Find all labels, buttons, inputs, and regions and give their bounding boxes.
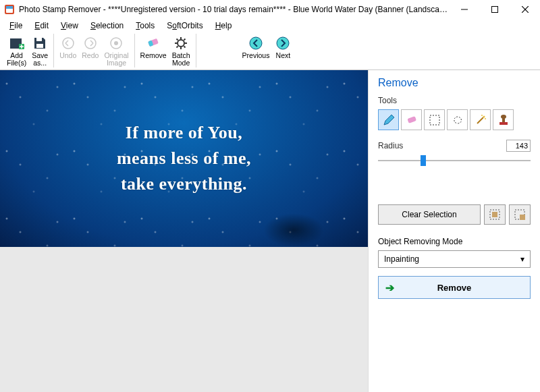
batch-mode-button[interactable]: Batch Mode xyxy=(169,34,193,67)
tool-rect-select[interactable] xyxy=(424,109,445,130)
svg-point-13 xyxy=(63,38,74,49)
slider-track xyxy=(378,160,531,161)
main-toolbar: Add File(s) Save as... Undo Redo Origina… xyxy=(0,32,540,70)
previous-button[interactable]: Previous xyxy=(240,34,273,67)
canvas-area: If more of You, means less of me, take e… xyxy=(0,70,368,392)
remove-toolbar-button[interactable]: Remove xyxy=(138,34,169,67)
tool-palette xyxy=(378,109,531,130)
svg-line-26 xyxy=(184,39,186,40)
deselect-icon xyxy=(514,208,526,221)
gear-icon xyxy=(173,35,189,51)
tool-eraser[interactable] xyxy=(401,109,422,130)
svg-point-28 xyxy=(250,37,262,49)
undo-button[interactable]: Undo xyxy=(57,34,79,67)
image-canvas[interactable]: If more of You, means less of me, take e… xyxy=(0,70,368,247)
remove-button-label: Remove xyxy=(437,283,472,293)
tool-lasso[interactable] xyxy=(447,109,468,130)
pencil-icon xyxy=(382,113,396,127)
tools-label: Tools xyxy=(378,96,531,105)
menu-tools[interactable]: Tools xyxy=(130,20,160,32)
previous-label: Previous xyxy=(242,52,270,59)
deselect-button[interactable] xyxy=(509,204,531,225)
radius-slider[interactable] xyxy=(378,153,531,168)
select-all-button[interactable] xyxy=(484,204,506,225)
svg-line-27 xyxy=(177,47,178,48)
eraser-small-icon xyxy=(405,113,418,127)
svg-rect-11 xyxy=(36,38,42,41)
canvas-text-line-2: means less of me, xyxy=(117,148,251,169)
magic-wand-icon xyxy=(474,113,487,127)
tool-clone-stamp[interactable] xyxy=(493,109,514,130)
minimize-button[interactable] xyxy=(449,0,479,19)
undo-label: Undo xyxy=(59,52,76,59)
original-image-icon xyxy=(108,35,124,51)
clear-selection-button[interactable]: Clear Selection xyxy=(378,204,481,225)
rect-select-icon xyxy=(428,113,441,127)
svg-point-38 xyxy=(501,115,506,119)
add-files-button[interactable]: Add File(s) xyxy=(4,34,29,67)
add-files-icon xyxy=(9,35,25,51)
chevron-down-icon: ▾ xyxy=(520,254,524,264)
menu-softorbits[interactable]: SoftOrbits xyxy=(161,20,208,32)
window-title: Photo Stamp Remover - ****Unregistered v… xyxy=(19,5,449,14)
maximize-button[interactable] xyxy=(479,0,510,19)
slider-thumb[interactable] xyxy=(421,155,426,166)
svg-point-33 xyxy=(483,115,485,117)
svg-point-19 xyxy=(178,40,184,47)
close-button[interactable] xyxy=(510,0,540,19)
radius-label: Radius xyxy=(378,141,403,150)
svg-rect-2 xyxy=(6,6,13,9)
batch-mode-label: Batch Mode xyxy=(172,52,190,67)
redo-label: Redo xyxy=(82,52,99,59)
menu-selection[interactable]: Selection xyxy=(85,20,129,32)
save-as-label: Save as... xyxy=(32,52,48,67)
panel-title: Remove xyxy=(378,77,531,89)
remove-toolbar-label: Remove xyxy=(140,52,167,59)
svg-point-35 xyxy=(485,118,486,119)
svg-rect-4 xyxy=(491,7,497,13)
clear-selection-label: Clear Selection xyxy=(402,210,456,219)
svg-point-16 xyxy=(114,41,118,45)
svg-point-34 xyxy=(481,115,483,116)
svg-line-24 xyxy=(177,39,178,40)
tool-marker[interactable] xyxy=(378,109,399,130)
next-icon xyxy=(275,35,291,51)
canvas-text-line-3: take everything. xyxy=(121,174,247,194)
radius-input[interactable] xyxy=(506,140,531,152)
original-image-button[interactable]: Original Image xyxy=(101,34,131,67)
menu-help[interactable]: Help xyxy=(210,20,238,32)
undo-icon xyxy=(60,35,76,51)
svg-rect-40 xyxy=(492,212,497,217)
lasso-icon xyxy=(451,113,464,127)
svg-point-29 xyxy=(277,37,289,49)
menu-bar: File Edit View Selection Tools SoftOrbit… xyxy=(0,19,540,32)
add-files-label: Add File(s) xyxy=(7,52,26,67)
redo-icon xyxy=(82,35,99,51)
next-button[interactable]: Next xyxy=(272,34,294,67)
window-controls xyxy=(449,0,540,19)
original-image-label: Original Image xyxy=(104,52,128,67)
svg-line-32 xyxy=(477,117,483,123)
svg-rect-30 xyxy=(407,116,416,123)
mode-label: Object Removing Mode xyxy=(378,237,531,246)
remove-button[interactable]: ➔ Remove xyxy=(378,276,531,299)
tool-magic-wand[interactable] xyxy=(470,109,491,130)
redo-button[interactable]: Redo xyxy=(79,34,101,67)
mode-dropdown[interactable]: Inpainting ▾ xyxy=(378,250,531,268)
previous-icon xyxy=(248,35,264,51)
menu-edit[interactable]: Edit xyxy=(29,20,54,32)
select-all-icon xyxy=(489,208,501,221)
menu-file[interactable]: File xyxy=(4,20,28,32)
svg-point-14 xyxy=(85,38,96,49)
mode-value: Inpainting xyxy=(384,254,419,264)
svg-line-25 xyxy=(184,47,186,48)
svg-rect-31 xyxy=(430,115,439,125)
eraser-icon xyxy=(145,35,161,51)
canvas-text-line-1: If more of You, xyxy=(126,123,243,143)
save-as-button[interactable]: Save as... xyxy=(29,34,51,67)
next-label: Next xyxy=(276,52,291,59)
side-panel: Remove Tools Radius Clear Selection Obje… xyxy=(368,70,540,392)
stamp-icon xyxy=(497,113,510,127)
menu-view[interactable]: View xyxy=(55,20,84,32)
app-icon xyxy=(4,4,15,15)
